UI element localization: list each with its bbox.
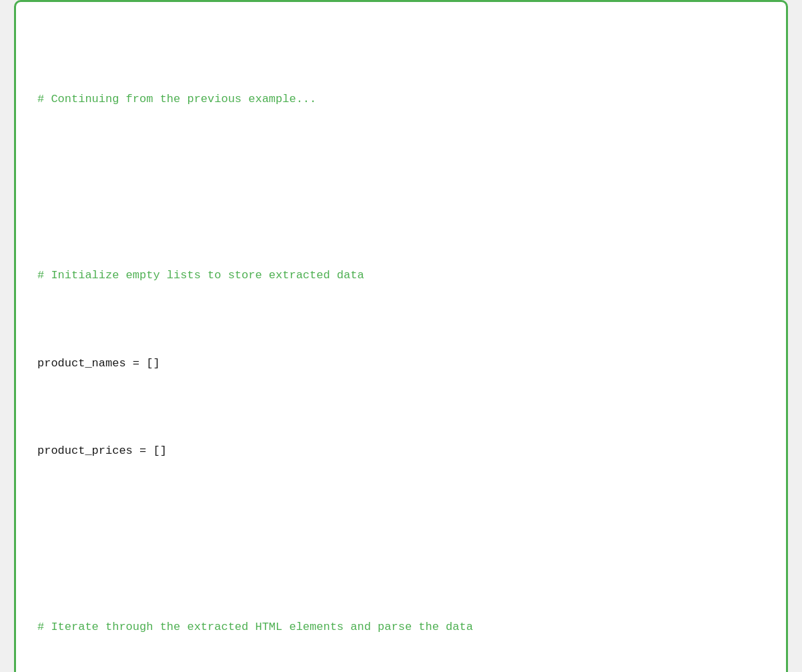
code-line-5: product_prices = [] bbox=[37, 442, 765, 460]
empty-line-2 bbox=[37, 531, 765, 548]
empty-line-1 bbox=[37, 179, 765, 196]
code-line-7: # Iterate through the extracted HTML ele… bbox=[37, 619, 765, 636]
code-line-3: # Initialize empty lists to store extrac… bbox=[37, 267, 765, 284]
code-line-4: product_names = [] bbox=[37, 355, 765, 372]
code-container: # Continuing from the previous example..… bbox=[14, 0, 788, 672]
code-line-1: # Continuing from the previous example..… bbox=[37, 91, 765, 108]
code-block: # Continuing from the previous example..… bbox=[37, 21, 765, 672]
